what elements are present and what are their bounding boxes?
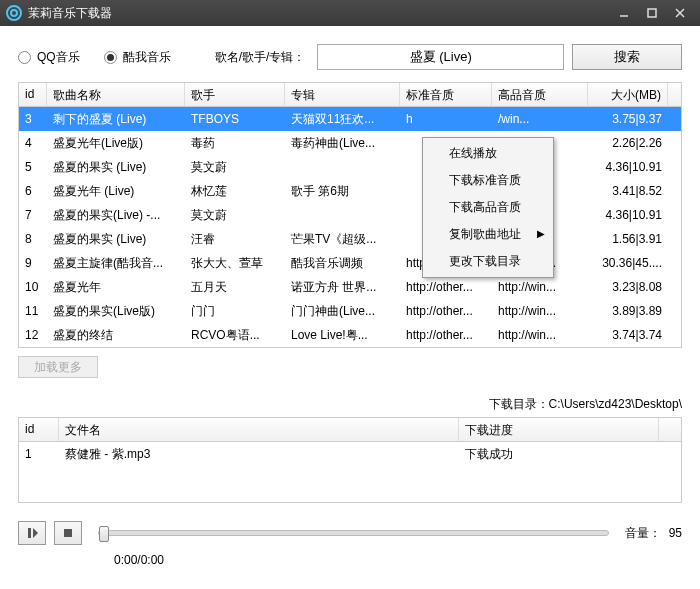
ctx-play-online[interactable]: 在线播放: [425, 140, 551, 167]
table-row[interactable]: 4盛夏光年(Live版)毒药毒药神曲(Live.../win...2.26|2.…: [19, 131, 681, 155]
svg-rect-6: [64, 529, 72, 537]
col-name[interactable]: 歌曲名称: [47, 83, 185, 106]
radio-qq-label: QQ音乐: [37, 49, 80, 66]
table-row[interactable]: 10盛夏光年五月天诺亚方舟 世界...http://other...http:/…: [19, 275, 681, 299]
play-pause-button[interactable]: [18, 521, 46, 545]
table-row[interactable]: 12盛夏的终结RCVO粤语...Love Live!粤...http://oth…: [19, 323, 681, 347]
ctx-download-hq[interactable]: 下载高品音质: [425, 194, 551, 221]
col-album[interactable]: 专辑: [285, 83, 400, 106]
load-more-button: 加载更多: [18, 356, 98, 378]
radio-qq[interactable]: QQ音乐: [18, 49, 80, 66]
col-sq[interactable]: 标准音质: [400, 83, 492, 106]
radio-kuwo-label: 酷我音乐: [123, 49, 171, 66]
download-path: 下载目录：C:\Users\zd423\Desktop\: [18, 396, 682, 413]
downloads-table: id 文件名 下载进度 1蔡健雅 - 紫.mp3下载成功: [18, 417, 682, 503]
context-menu: 在线播放 下载标准音质 下载高品音质 复制歌曲地址▶ 更改下载目录: [422, 137, 554, 278]
table-row[interactable]: 11盛夏的果实(Live版)门门门门神曲(Live...http://other…: [19, 299, 681, 323]
volume-label: 音量：: [625, 525, 661, 542]
table-row[interactable]: 6盛夏光年 (Live)林忆莲歌手 第6期/win...3.41|8.52: [19, 179, 681, 203]
col-hq[interactable]: 高品音质: [492, 83, 588, 106]
volume-value: 95: [669, 526, 682, 540]
svg-rect-1: [648, 9, 656, 17]
dl-col-id[interactable]: id: [19, 418, 59, 441]
time-display: 0:00/0:00: [114, 553, 682, 567]
col-size[interactable]: 大小(MB): [588, 83, 668, 106]
radio-icon: [18, 51, 31, 64]
ctx-copy-url[interactable]: 复制歌曲地址▶: [425, 221, 551, 248]
app-icon: [6, 5, 22, 21]
table-row[interactable]: 3剩下的盛夏 (Live)TFBOYS天猫双11狂欢...h/win...3.7…: [19, 107, 681, 131]
table-header: id 歌曲名称 歌手 专辑 标准音质 高品音质 大小(MB): [19, 83, 681, 107]
search-bar: QQ音乐 酷我音乐 歌名/歌手/专辑： 搜索: [18, 44, 682, 70]
player-controls: 音量： 95: [18, 521, 682, 545]
table-row[interactable]: 9盛夏主旋律(酷我音...张大大、萱草酷我音乐调频http://other...…: [19, 251, 681, 275]
progress-slider[interactable]: [98, 530, 609, 536]
ctx-download-sq[interactable]: 下载标准音质: [425, 167, 551, 194]
maximize-button[interactable]: [638, 3, 666, 23]
col-id[interactable]: id: [19, 83, 47, 106]
col-singer[interactable]: 歌手: [185, 83, 285, 106]
radio-kuwo[interactable]: 酷我音乐: [104, 49, 171, 66]
slider-thumb[interactable]: [99, 526, 109, 542]
table-row[interactable]: 5盛夏的果实 (Live)莫文蔚/win...4.36|10.91: [19, 155, 681, 179]
dl-table-header: id 文件名 下载进度: [19, 418, 681, 442]
radio-icon: [104, 51, 117, 64]
dl-row[interactable]: 1蔡健雅 - 紫.mp3下载成功: [19, 442, 681, 466]
close-button[interactable]: [666, 3, 694, 23]
table-row[interactable]: 7盛夏的果实(Live) -...莫文蔚/win...4.36|10.91: [19, 203, 681, 227]
svg-marker-5: [33, 528, 38, 538]
svg-rect-4: [28, 528, 31, 538]
results-table: id 歌曲名称 歌手 专辑 标准音质 高品音质 大小(MB) 3剩下的盛夏 (L…: [18, 82, 682, 348]
window-title: 茉莉音乐下载器: [28, 5, 610, 22]
ctx-change-dir[interactable]: 更改下载目录: [425, 248, 551, 275]
search-button[interactable]: 搜索: [572, 44, 682, 70]
dl-col-progress[interactable]: 下载进度: [459, 418, 659, 441]
search-label: 歌名/歌手/专辑：: [215, 49, 306, 66]
chevron-right-icon: ▶: [537, 228, 545, 239]
table-row[interactable]: 8盛夏的果实 (Live)汪睿芒果TV《超级.../win...1.56|3.9…: [19, 227, 681, 251]
search-input[interactable]: [317, 44, 564, 70]
stop-button[interactable]: [54, 521, 82, 545]
dl-col-name[interactable]: 文件名: [59, 418, 459, 441]
minimize-button[interactable]: [610, 3, 638, 23]
titlebar: 茉莉音乐下载器: [0, 0, 700, 26]
